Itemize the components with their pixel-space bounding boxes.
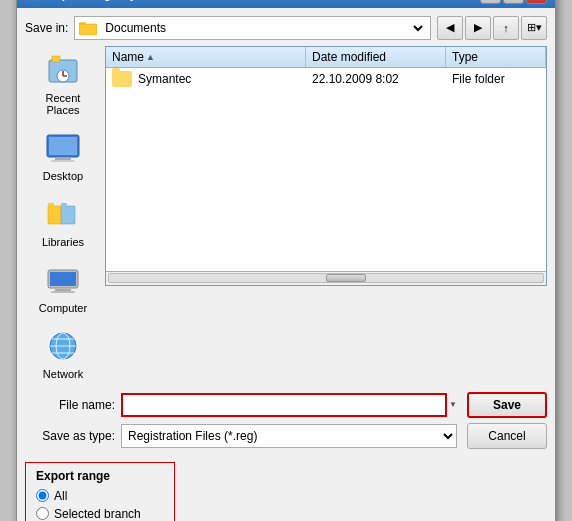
back-button[interactable]: ◀ <box>437 16 463 40</box>
save-in-row: Save in: Documents ◀ ▶ ↑ ⊞▾ <box>25 16 547 40</box>
file-list-body[interactable]: Symantec 22.10.2009 8:02 File folder <box>106 68 546 271</box>
file-list-header: Name ▲ Date modified Type <box>106 47 546 68</box>
scrollbar-track <box>108 273 544 283</box>
toolbar-buttons: ◀ ▶ ↑ ⊞▾ <box>437 16 547 40</box>
sidebar-label-libraries: Libraries <box>42 236 84 248</box>
file-name-input-container: ▼ <box>121 393 457 417</box>
file-name-dropdown-arrow[interactable]: ▼ <box>449 400 457 409</box>
content-area: Recent Places Desktop <box>25 46 547 386</box>
sidebar-item-network[interactable]: Network <box>25 322 101 386</box>
sidebar-label-desktop: Desktop <box>43 170 83 182</box>
svg-rect-19 <box>61 203 67 207</box>
save-in-dropdown[interactable]: Documents <box>74 16 431 40</box>
sidebar-label-network: Network <box>43 368 83 380</box>
save-as-type-label: Save as type: <box>25 429 115 443</box>
scrollbar-thumb <box>326 274 366 282</box>
registry-icon <box>25 0 41 2</box>
radio-row-selected: Selected branch <box>36 507 164 521</box>
file-name-text: Symantec <box>138 72 191 86</box>
title-bar-controls: ─ □ ✕ <box>480 0 547 4</box>
radio-selected-label[interactable]: Selected branch <box>54 507 141 521</box>
forward-button[interactable]: ▶ <box>465 16 491 40</box>
svg-rect-23 <box>51 291 75 293</box>
save-type-row: Save as type: Registration Files (*.reg)… <box>25 423 547 449</box>
svg-rect-13 <box>49 137 77 155</box>
close-button[interactable]: ✕ <box>526 0 547 4</box>
save-in-select[interactable]: Documents <box>101 20 426 36</box>
maximize-button[interactable]: □ <box>503 0 524 4</box>
file-cell-name: Symantec <box>112 71 312 87</box>
form-area: File name: ▼ Save Save as type: Registra… <box>25 392 547 449</box>
radio-selected[interactable] <box>36 507 49 520</box>
title-bar-left: Export Registry File <box>25 0 160 2</box>
svg-rect-15 <box>51 160 75 162</box>
sidebar-item-libraries[interactable]: Libraries <box>25 190 101 254</box>
horizontal-scrollbar[interactable] <box>106 271 546 285</box>
file-name-row: File name: ▼ Save <box>25 392 547 418</box>
desktop-icon <box>45 130 81 166</box>
cancel-button-container: Cancel <box>467 423 547 449</box>
title-bar: Export Registry File ─ □ ✕ <box>17 0 555 8</box>
sidebar-item-computer[interactable]: Computer <box>25 256 101 320</box>
col-header-type[interactable]: Type <box>446 47 546 67</box>
svg-rect-8 <box>52 56 60 62</box>
save-type-select[interactable]: Registration Files (*.reg) <box>121 424 457 448</box>
cancel-button[interactable]: Cancel <box>467 423 547 449</box>
svg-rect-17 <box>48 203 54 207</box>
dialog-body: Save in: Documents ◀ ▶ ↑ ⊞▾ <box>17 8 555 522</box>
svg-rect-14 <box>55 157 71 160</box>
file-name-label: File name: <box>25 398 115 412</box>
folder-icon-dropdown <box>79 21 97 35</box>
svg-rect-22 <box>55 289 71 291</box>
computer-icon <box>45 262 81 298</box>
minimize-button[interactable]: ─ <box>480 0 501 4</box>
radio-all-label[interactable]: All <box>54 489 67 503</box>
svg-rect-21 <box>50 272 76 286</box>
file-cell-date: 22.10.2009 8:02 <box>312 72 452 86</box>
folder-item-icon <box>112 71 132 87</box>
recent-places-icon <box>45 52 81 88</box>
table-row[interactable]: Symantec 22.10.2009 8:02 File folder <box>106 68 546 90</box>
libraries-icon <box>45 196 81 232</box>
sidebar-label-computer: Computer <box>39 302 87 314</box>
file-list-container: Name ▲ Date modified Type Symantec <box>105 46 547 286</box>
col-header-name[interactable]: Name ▲ <box>106 47 306 67</box>
radio-all[interactable] <box>36 489 49 502</box>
views-button[interactable]: ⊞▾ <box>521 16 547 40</box>
up-button[interactable]: ↑ <box>493 16 519 40</box>
window-title: Export Registry File <box>47 0 160 1</box>
save-type-select-container: Registration Files (*.reg) <box>121 424 457 448</box>
save-button[interactable]: Save <box>467 392 547 418</box>
file-name-input[interactable] <box>121 393 447 417</box>
export-range-title: Export range <box>36 469 164 483</box>
col-header-date[interactable]: Date modified <box>306 47 446 67</box>
radio-row-all: All <box>36 489 164 503</box>
sidebar-label-recent: Recent Places <box>29 92 97 116</box>
action-buttons: Save <box>467 392 547 418</box>
file-cell-type: File folder <box>452 72 540 86</box>
save-in-label: Save in: <box>25 21 68 35</box>
dialog-window: Export Registry File ─ □ ✕ Save in: Docu… <box>16 0 556 521</box>
sidebar-item-desktop[interactable]: Desktop <box>25 124 101 188</box>
sidebar: Recent Places Desktop <box>25 46 105 386</box>
export-range-box: Export range All Selected branch <box>25 462 175 522</box>
sidebar-item-recent-places[interactable]: Recent Places <box>25 46 101 122</box>
network-icon <box>45 328 81 364</box>
svg-rect-16 <box>48 206 62 224</box>
svg-rect-18 <box>61 206 75 224</box>
